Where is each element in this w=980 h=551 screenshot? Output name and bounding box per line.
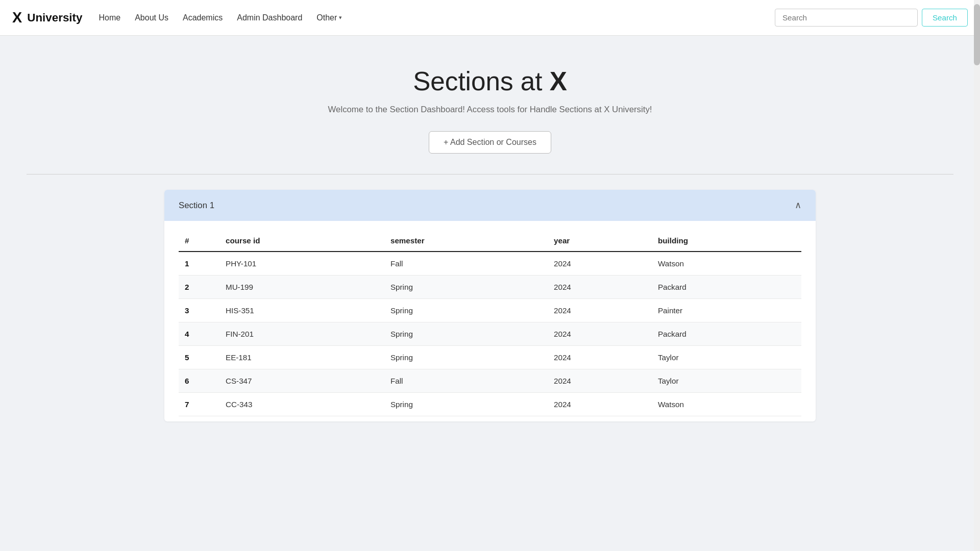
- hero-title: Sections at X: [10, 66, 970, 96]
- cell-year: 2024: [548, 322, 652, 346]
- nav-home[interactable]: Home: [99, 13, 121, 22]
- cell-semester: Spring: [384, 393, 548, 416]
- cell-course-id: HIS-351: [219, 299, 384, 322]
- chevron-up-icon: ∧: [795, 200, 801, 211]
- table-row: 3 HIS-351 Spring 2024 Painter: [179, 299, 801, 322]
- cell-num: 7: [179, 393, 219, 416]
- table-row: 7 CC-343 Spring 2024 Watson: [179, 393, 801, 416]
- cell-building: Packard: [652, 276, 801, 299]
- cell-year: 2024: [548, 346, 652, 369]
- search-area: Search: [775, 9, 968, 27]
- table-row: 4 FIN-201 Spring 2024 Packard: [179, 322, 801, 346]
- cell-year: 2024: [548, 276, 652, 299]
- col-header-course-id: course id: [219, 231, 384, 252]
- cell-year: 2024: [548, 252, 652, 276]
- cell-semester: Spring: [384, 276, 548, 299]
- col-header-building: building: [652, 231, 801, 252]
- cell-year: 2024: [548, 369, 652, 393]
- cell-building: Taylor: [652, 346, 801, 369]
- cell-num: 4: [179, 322, 219, 346]
- nav-academics[interactable]: Academics: [183, 13, 223, 22]
- nav-other-label: Other: [316, 13, 337, 22]
- nav-admin[interactable]: Admin Dashboard: [237, 13, 302, 22]
- navbar: X University Home About Us Academics Adm…: [0, 0, 980, 36]
- cell-building: Taylor: [652, 369, 801, 393]
- section-header[interactable]: Section 1 ∧: [164, 190, 816, 221]
- table-row: 6 CS-347 Fall 2024 Taylor: [179, 369, 801, 393]
- cell-course-id: CS-347: [219, 369, 384, 393]
- search-button[interactable]: Search: [922, 9, 968, 27]
- table-wrapper: # course id semester year building 1 PHY…: [164, 221, 816, 421]
- table-row: 1 PHY-101 Fall 2024 Watson: [179, 252, 801, 276]
- brand-x-icon: X: [12, 9, 22, 26]
- cell-semester: Spring: [384, 322, 548, 346]
- cell-year: 2024: [548, 393, 652, 416]
- cell-num: 3: [179, 299, 219, 322]
- hero-subtitle: Welcome to the Section Dashboard! Access…: [10, 105, 970, 115]
- cell-year: 2024: [548, 299, 652, 322]
- col-header-num: #: [179, 231, 219, 252]
- brand-logo[interactable]: X University: [12, 9, 83, 26]
- cell-course-id: PHY-101: [219, 252, 384, 276]
- add-section-button[interactable]: + Add Section or Courses: [429, 131, 551, 154]
- nav-about[interactable]: About Us: [135, 13, 168, 22]
- brand-name: University: [27, 11, 82, 24]
- table-header-row: # course id semester year building: [179, 231, 801, 252]
- cell-building: Painter: [652, 299, 801, 322]
- cell-course-id: CC-343: [219, 393, 384, 416]
- search-input[interactable]: [775, 9, 918, 27]
- section-title: Section 1: [179, 201, 214, 211]
- cell-num: 5: [179, 346, 219, 369]
- cell-semester: Spring: [384, 299, 548, 322]
- table-row: 5 EE-181 Spring 2024 Taylor: [179, 346, 801, 369]
- cell-course-id: MU-199: [219, 276, 384, 299]
- cell-course-id: EE-181: [219, 346, 384, 369]
- table-row: 2 MU-199 Spring 2024 Packard: [179, 276, 801, 299]
- hero-title-prefix: Sections at: [413, 67, 549, 96]
- cell-num: 1: [179, 252, 219, 276]
- cell-building: Packard: [652, 322, 801, 346]
- col-header-year: year: [548, 231, 652, 252]
- cell-semester: Fall: [384, 252, 548, 276]
- cell-course-id: FIN-201: [219, 322, 384, 346]
- col-header-semester: semester: [384, 231, 548, 252]
- cell-semester: Spring: [384, 346, 548, 369]
- chevron-down-icon: ▾: [339, 14, 342, 21]
- hero-section: Sections at X Welcome to the Section Das…: [0, 36, 980, 174]
- hero-title-x: X: [550, 67, 567, 96]
- scrollbar-thumb[interactable]: [974, 4, 980, 65]
- nav-links: Home About Us Academics Admin Dashboard …: [99, 13, 758, 22]
- section-card: Section 1 ∧ # course id semester year bu…: [164, 190, 816, 421]
- cell-num: 6: [179, 369, 219, 393]
- hero-divider: [27, 174, 953, 174]
- sections-table: # course id semester year building 1 PHY…: [179, 231, 801, 416]
- nav-other-dropdown[interactable]: Other ▾: [316, 13, 342, 22]
- cell-semester: Fall: [384, 369, 548, 393]
- scrollbar-track[interactable]: [974, 0, 980, 551]
- main-content: Section 1 ∧ # course id semester year bu…: [138, 190, 842, 421]
- cell-building: Watson: [652, 393, 801, 416]
- cell-building: Watson: [652, 252, 801, 276]
- cell-num: 2: [179, 276, 219, 299]
